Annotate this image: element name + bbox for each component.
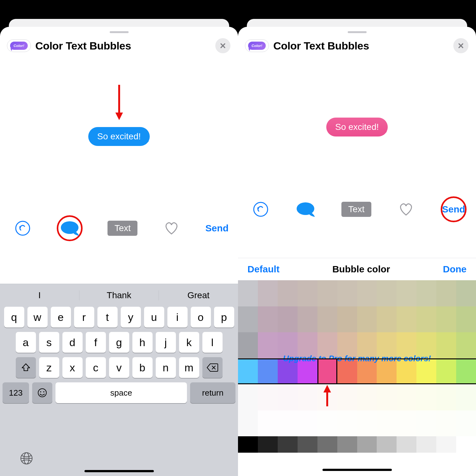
color-swatch[interactable] <box>278 358 298 385</box>
color-swatch[interactable] <box>258 358 278 385</box>
color-swatch[interactable] <box>238 280 258 306</box>
color-swatch[interactable] <box>337 410 357 437</box>
color-swatch[interactable] <box>337 358 357 385</box>
color-swatch[interactable] <box>317 306 337 333</box>
key-s[interactable]: s <box>39 332 59 353</box>
key-l[interactable]: l <box>202 332 223 353</box>
key-f[interactable]: f <box>86 332 106 353</box>
color-swatch[interactable] <box>436 410 456 437</box>
color-swatch[interactable] <box>357 410 377 437</box>
color-swatch[interactable] <box>436 436 456 453</box>
favorite-button[interactable] <box>163 219 180 237</box>
send-button[interactable]: Send <box>206 223 229 234</box>
color-swatch[interactable] <box>436 280 456 306</box>
sheet-grabber[interactable] <box>110 31 129 33</box>
message-bubble[interactable]: So excited! <box>88 127 150 146</box>
color-swatch[interactable] <box>416 384 436 410</box>
color-swatch[interactable] <box>377 436 397 453</box>
color-swatch[interactable] <box>377 410 397 437</box>
key-a[interactable]: a <box>16 332 36 353</box>
default-button[interactable]: Default <box>247 264 280 275</box>
key-r[interactable]: r <box>74 307 94 328</box>
color-swatch[interactable] <box>397 358 416 385</box>
suggestion[interactable]: Thank <box>79 290 159 300</box>
home-indicator[interactable] <box>322 469 392 471</box>
color-swatch[interactable] <box>357 384 377 410</box>
color-swatch[interactable] <box>456 358 476 385</box>
color-swatch[interactable] <box>397 436 416 453</box>
color-swatch[interactable] <box>317 436 337 453</box>
color-swatch[interactable] <box>456 332 476 358</box>
color-swatch[interactable] <box>278 384 298 410</box>
color-swatch[interactable] <box>278 332 298 358</box>
color-swatch[interactable] <box>337 436 357 453</box>
color-swatch[interactable] <box>317 280 337 306</box>
color-swatch[interactable] <box>337 280 357 306</box>
shift-key[interactable] <box>16 357 36 378</box>
color-swatch[interactable] <box>377 306 397 333</box>
color-swatch[interactable] <box>456 306 476 333</box>
undo-button[interactable] <box>14 219 32 237</box>
return-key[interactable]: return <box>190 382 235 403</box>
color-swatch[interactable] <box>278 306 298 333</box>
key-e[interactable]: e <box>51 307 71 328</box>
color-swatch[interactable] <box>238 332 258 358</box>
color-swatch[interactable] <box>456 410 476 437</box>
color-swatch[interactable] <box>238 436 258 453</box>
suggestion[interactable]: Great <box>159 290 238 300</box>
color-swatch[interactable] <box>357 280 377 306</box>
color-swatch[interactable] <box>337 306 357 333</box>
favorite-button[interactable] <box>397 200 415 218</box>
color-swatch[interactable] <box>298 280 317 306</box>
backspace-key[interactable] <box>202 357 223 378</box>
color-swatch[interactable] <box>456 436 476 453</box>
color-swatch[interactable] <box>397 280 416 306</box>
key-u[interactable]: u <box>144 307 164 328</box>
color-swatch[interactable] <box>337 332 357 358</box>
color-swatch[interactable] <box>357 436 377 453</box>
color-swatch[interactable] <box>416 358 436 385</box>
color-swatch[interactable] <box>416 280 436 306</box>
color-swatch[interactable] <box>298 384 317 410</box>
color-swatch[interactable] <box>436 332 456 358</box>
color-swatch[interactable] <box>397 384 416 410</box>
color-swatch[interactable] <box>258 384 278 410</box>
key-w[interactable]: w <box>27 307 48 328</box>
space-key[interactable]: space <box>55 382 187 403</box>
sheet-grabber[interactable] <box>348 31 367 33</box>
color-swatch[interactable] <box>238 306 258 333</box>
color-swatch[interactable] <box>416 436 436 453</box>
color-swatch[interactable] <box>337 384 357 410</box>
color-swatch[interactable] <box>298 306 317 333</box>
text-color-button[interactable]: Text <box>107 221 137 236</box>
message-bubble[interactable]: So excited! <box>326 118 388 136</box>
color-swatch[interactable] <box>357 332 377 358</box>
key-p[interactable]: p <box>214 307 234 328</box>
color-swatch[interactable] <box>258 306 278 333</box>
key-c[interactable]: c <box>86 357 106 378</box>
key-o[interactable]: o <box>191 307 211 328</box>
color-swatch[interactable] <box>238 384 258 410</box>
key-n[interactable]: n <box>156 357 176 378</box>
color-swatch[interactable] <box>258 280 278 306</box>
color-swatch[interactable] <box>278 280 298 306</box>
color-swatch[interactable] <box>456 280 476 306</box>
color-swatch[interactable] <box>397 332 416 358</box>
color-swatch[interactable] <box>278 410 298 437</box>
color-swatch[interactable] <box>397 306 416 333</box>
text-color-button[interactable]: Text <box>341 202 371 217</box>
color-swatch[interactable] <box>436 306 456 333</box>
close-button[interactable] <box>453 38 468 53</box>
send-button[interactable]: Send <box>442 204 465 215</box>
color-swatch[interactable] <box>317 358 337 385</box>
key-z[interactable]: z <box>39 357 59 378</box>
color-swatch[interactable] <box>416 306 436 333</box>
color-swatch[interactable] <box>416 410 436 437</box>
color-swatch[interactable] <box>357 306 377 333</box>
emoji-key[interactable] <box>32 382 52 403</box>
key-m[interactable]: m <box>179 357 199 378</box>
key-t[interactable]: t <box>97 307 118 328</box>
key-k[interactable]: k <box>179 332 199 353</box>
key-h[interactable]: h <box>132 332 153 353</box>
home-indicator[interactable] <box>84 470 154 472</box>
